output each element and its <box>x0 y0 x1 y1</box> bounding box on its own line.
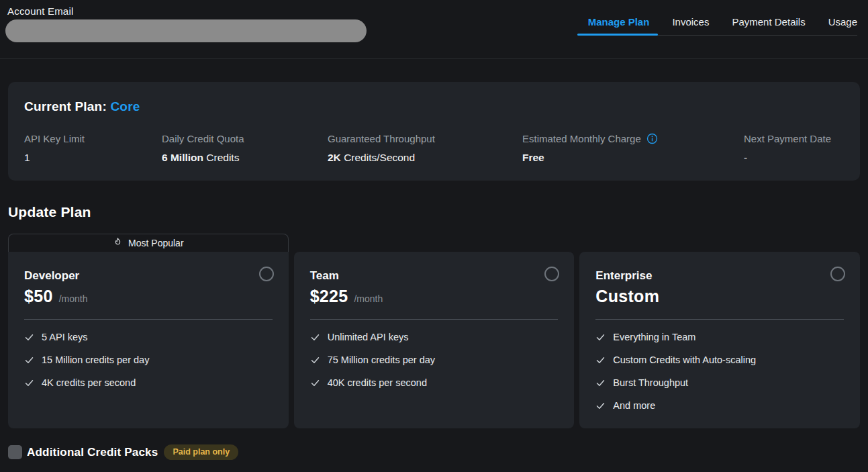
paid-plan-only-badge: Paid plan only <box>164 444 238 460</box>
stat-value: - <box>744 152 844 164</box>
current-plan-stats: API Key Limit 1 Daily Credit Quota 6 Mil… <box>24 133 844 164</box>
stat-value-rest: 1 <box>24 152 30 163</box>
plan-price: $225 <box>310 287 348 306</box>
plan-features: Everything in Team Custom Credits with A… <box>595 332 844 411</box>
account-email-block: Account Email <box>5 0 367 42</box>
account-email-label: Account Email <box>7 5 367 17</box>
feature-text: 40K credits per second <box>328 377 427 388</box>
plan-radio-enterprise[interactable] <box>830 267 845 281</box>
plan-column-developer: Most Popular Developer $50 /month 5 API … <box>8 234 289 428</box>
stat-label: Guaranteed Throughput <box>328 133 522 144</box>
card-divider <box>24 319 273 320</box>
feature-item: 75 Million credits per day <box>310 355 559 365</box>
plan-card-enterprise[interactable]: Enterprise Custom Everything in Team Cus… <box>579 252 860 428</box>
card-divider <box>595 319 844 320</box>
stat-daily-credit-quota: Daily Credit Quota 6 Million Credits <box>162 133 328 164</box>
current-plan-name: Core <box>110 99 140 113</box>
feature-text: Custom Credits with Auto-scaling <box>613 355 756 365</box>
plan-price-row: $225 /month <box>310 287 559 307</box>
current-plan-card: Current Plan: Core API Key Limit 1 Daily… <box>8 82 860 181</box>
plan-features: 5 API keys 15 Million credits per day 4K… <box>24 332 273 388</box>
feature-text: Burst Throughput <box>613 377 688 388</box>
plan-column-team: Team $225 /month Unlimited API keys 75 M… <box>294 234 575 428</box>
main-content: Current Plan: Core API Key Limit 1 Daily… <box>0 82 868 460</box>
plan-price-row: $50 /month <box>24 287 273 307</box>
feature-text: Everything in Team <box>613 332 695 342</box>
stat-value-rest: - <box>744 152 747 163</box>
stat-value: 1 <box>24 152 162 164</box>
stat-value: 2K Credits/Second <box>328 152 522 164</box>
card-divider <box>310 319 559 320</box>
feature-text: 4K credits per second <box>42 377 136 388</box>
stat-value: 6 Million Credits <box>162 152 328 164</box>
stat-label: Estimated Monthly Charge <box>522 133 744 144</box>
feature-text: Unlimited API keys <box>328 332 409 342</box>
feature-item: 5 API keys <box>24 332 273 342</box>
stat-label: Daily Credit Quota <box>162 133 328 144</box>
check-icon <box>310 355 320 365</box>
check-icon <box>24 355 34 365</box>
stat-value-rest: Credits <box>203 152 239 163</box>
feature-item: Everything in Team <box>595 332 844 342</box>
feature-text: 5 API keys <box>42 332 88 342</box>
tab-manage-plan[interactable]: Manage Plan <box>588 16 650 35</box>
plan-card-team[interactable]: Team $225 /month Unlimited API keys 75 M… <box>294 252 575 428</box>
plan-features: Unlimited API keys 75 Million credits pe… <box>310 332 559 388</box>
check-icon <box>595 355 606 365</box>
stat-label: Next Payment Date <box>744 133 844 144</box>
update-plan-heading: Update Plan <box>8 204 860 220</box>
feature-item: 4K credits per second <box>24 377 273 388</box>
feature-text: And more <box>613 400 655 411</box>
feature-item: 40K credits per second <box>310 377 559 388</box>
tab-payment-details[interactable]: Payment Details <box>732 16 805 35</box>
feature-item: 15 Million credits per day <box>24 355 273 365</box>
most-popular-banner: Most Popular <box>8 234 289 252</box>
most-popular-label: Most Popular <box>128 238 183 248</box>
strip-spacer <box>579 234 860 252</box>
stat-api-key-limit: API Key Limit 1 <box>24 133 162 164</box>
page-header: Account Email Manage Plan Invoices Payme… <box>0 0 868 59</box>
tab-invoices[interactable]: Invoices <box>672 16 709 35</box>
stat-guaranteed-throughput: Guaranteed Throughput 2K Credits/Second <box>328 133 522 164</box>
check-icon <box>595 332 606 342</box>
stat-label: API Key Limit <box>24 133 162 144</box>
plans-grid: Most Popular Developer $50 /month 5 API … <box>8 234 860 419</box>
plan-column-enterprise: Enterprise Custom Everything in Team Cus… <box>579 234 860 428</box>
plan-period: /month <box>59 293 88 304</box>
plan-name: Team <box>310 269 559 283</box>
plan-price: Custom <box>595 287 659 306</box>
stat-value: Free <box>522 152 744 164</box>
check-icon <box>24 332 34 342</box>
strip-spacer <box>294 234 575 252</box>
stat-next-payment-date: Next Payment Date - <box>744 133 844 164</box>
billing-tabs: Manage Plan Invoices Payment Details Usa… <box>588 0 857 36</box>
check-icon <box>595 401 606 411</box>
stat-value-bold: 6 Million <box>162 152 203 163</box>
feature-item: Burst Throughput <box>595 377 844 388</box>
check-icon <box>310 378 320 388</box>
plan-name: Enterprise <box>595 269 844 283</box>
feature-item: Custom Credits with Auto-scaling <box>595 355 844 365</box>
account-email-field[interactable] <box>5 19 367 42</box>
plan-price: $50 <box>24 287 53 306</box>
info-icon[interactable] <box>646 133 658 144</box>
tab-usage[interactable]: Usage <box>828 16 857 35</box>
credit-packs-checkbox[interactable] <box>8 445 22 459</box>
check-icon <box>310 332 320 342</box>
flame-icon <box>113 237 123 249</box>
plan-card-developer[interactable]: Developer $50 /month 5 API keys 15 Milli… <box>8 252 289 428</box>
feature-item: Unlimited API keys <box>310 332 559 342</box>
stat-label-text: Estimated Monthly Charge <box>522 133 641 144</box>
stat-value-bold: 2K <box>328 152 341 163</box>
plan-radio-developer[interactable] <box>259 267 274 281</box>
feature-item: And more <box>595 400 844 411</box>
stat-value-bold: Free <box>522 152 544 163</box>
stat-estimated-monthly-charge: Estimated Monthly Charge Free <box>522 133 744 164</box>
plan-price-row: Custom <box>595 287 844 307</box>
plan-name: Developer <box>24 269 273 283</box>
check-icon <box>595 378 606 388</box>
check-icon <box>24 378 34 388</box>
credit-packs-label: Additional Credit Packs <box>27 446 158 459</box>
current-plan-title-prefix: Current Plan: <box>24 99 110 113</box>
current-plan-title: Current Plan: Core <box>24 99 844 114</box>
